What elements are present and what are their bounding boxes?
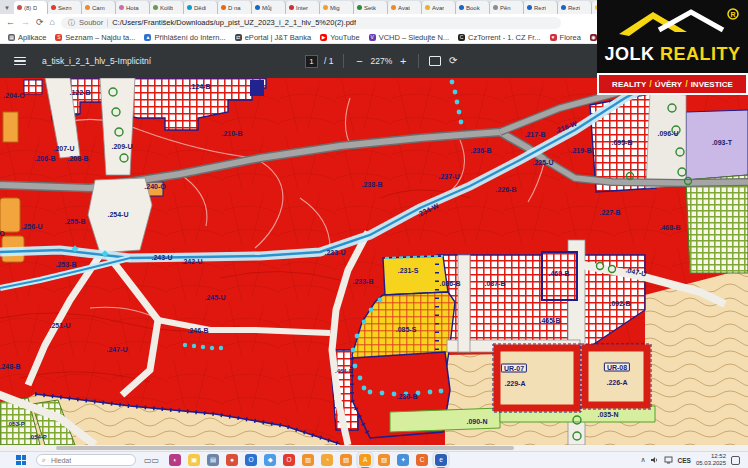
taskbar-clock[interactable]: 12:52 05.03.2025 <box>696 453 726 467</box>
parcel-label: UR-07 <box>501 364 527 373</box>
taskbar-app-icon[interactable]: O <box>245 454 257 466</box>
search-input[interactable] <box>49 456 119 465</box>
parcel-label: .208-B <box>67 155 88 162</box>
reload-icon[interactable]: ⟳ <box>36 18 44 27</box>
taskbar-app-icon[interactable]: e <box>435 454 447 466</box>
bookmark-label: CzTorrent - 1. CZ Fr... <box>468 33 541 42</box>
taskbar-app-icon[interactable]: ◆ <box>264 454 276 466</box>
rotate-icon[interactable]: ⟳ <box>447 55 459 67</box>
parcel-label: .468-B <box>659 224 680 231</box>
browser-tab[interactable]: Hota <box>116 1 150 14</box>
task-view-icon[interactable]: ▭▭ <box>144 456 159 465</box>
map-labels-layer: .204-O.122-B.124-B.210-B.207-U.206-B.208… <box>0 78 748 445</box>
browser-tab[interactable]: Book <box>456 1 490 14</box>
browser-tab[interactable]: Setk <box>354 1 388 14</box>
tab-favicon <box>561 5 566 10</box>
browser-tab[interactable]: Rezi <box>558 1 592 14</box>
language-indicator[interactable]: CES <box>678 457 691 464</box>
browser-tab[interactable]: D na <box>218 1 252 14</box>
tab-favicon <box>493 5 498 10</box>
taskbar-app-icon[interactable]: ▣ <box>188 454 200 466</box>
browser-tab[interactable]: Rezi <box>524 1 558 14</box>
screen: ▾ (8) DSeznCamHotaKolibDědiD naMůjInterM… <box>0 0 748 468</box>
taskbar-app-icon[interactable]: A <box>359 454 371 466</box>
tab-label: Mig <box>330 5 340 11</box>
taskbar-app-icon[interactable]: ▨ <box>378 454 390 466</box>
parcel-label: .469-B <box>548 270 569 277</box>
browser-tab[interactable]: (8) D <box>14 1 48 14</box>
bookmark-item[interactable]: ⇄ePortal | J&T Banka <box>235 33 311 42</box>
parcel-label: .087-B <box>484 280 505 287</box>
pdf-map-canvas[interactable]: .204-O.122-B.124-B.210-B.207-U.206-B.208… <box>0 78 748 445</box>
svg-text:R: R <box>730 11 735 18</box>
zoom-in-button[interactable]: + <box>398 55 408 67</box>
bookmark-item[interactable]: ▲Přihlášení do Intern... <box>144 33 225 42</box>
browser-tab[interactable]: Můj <box>252 1 286 14</box>
parcel-label: .251-U <box>49 322 70 329</box>
tab-label: Avar <box>432 5 444 11</box>
browser-tab[interactable]: Dědi <box>184 1 218 14</box>
page-info-icon[interactable]: ⓘ <box>68 19 75 26</box>
tray-chevron-icon[interactable]: ∧ <box>640 456 645 464</box>
url-text: C:/Users/František/Downloads/up_pist_UZ_… <box>112 18 356 27</box>
taskbar-app-icon[interactable]: ▤ <box>207 454 219 466</box>
taskbar-app-icon[interactable]: ● <box>226 454 238 466</box>
parcel-label: .225-U <box>532 159 553 166</box>
parcel-label: .248-B <box>0 363 21 370</box>
taskbar-app-icon[interactable]: ▧ <box>340 454 352 466</box>
menu-icon[interactable] <box>14 57 26 66</box>
parcel-label: .243-U <box>151 254 172 261</box>
bookmark-label: ePortal | J&T Banka <box>245 33 311 42</box>
parcel-label: .206-B <box>34 155 55 162</box>
bookmark-item[interactable]: VVCHD – Sledujte N... <box>369 33 449 42</box>
browser-tab[interactable]: Avat <box>388 1 422 14</box>
browser-tab[interactable]: Avar <box>422 1 456 14</box>
taskbar-app-icon[interactable]: O <box>283 454 295 466</box>
browser-tab[interactable]: Pěn <box>490 1 524 14</box>
bookmark-item[interactable]: ♥Florea <box>550 33 581 42</box>
home-icon[interactable]: ⌂ <box>50 18 55 27</box>
parcel-label: .233-U <box>324 249 345 256</box>
parcel-label: .204-O <box>3 92 24 99</box>
tab-label: Kolib <box>160 5 173 11</box>
fit-page-icon[interactable] <box>429 56 441 66</box>
bookmark-favicon: ▲ <box>144 34 151 41</box>
bookmark-item[interactable]: SSeznam – Najdu ta... <box>55 33 135 42</box>
speaker-icon[interactable] <box>651 456 659 464</box>
bookmark-item[interactable]: ▶YouTube <box>320 33 359 42</box>
back-icon[interactable]: ← <box>6 18 15 27</box>
page-number-input[interactable]: 1 <box>305 55 318 68</box>
parcel-label: .254-U <box>107 211 128 218</box>
scrollbar-thumb[interactable] <box>56 446 514 450</box>
tab-label: Pěn <box>500 5 511 11</box>
bookmark-label: Aplikace <box>18 33 46 42</box>
forward-icon[interactable]: → <box>21 18 30 27</box>
taskbar-app-icon[interactable]: ✦ <box>397 454 409 466</box>
browser-tab[interactable]: Mig <box>320 1 354 14</box>
start-button[interactable] <box>16 455 26 465</box>
notification-icon[interactable] <box>731 456 740 465</box>
taskbar-app-icon[interactable]: ◐ <box>169 454 181 466</box>
browser-tab[interactable]: Cam <box>82 1 116 14</box>
browser-tab[interactable]: Sezn <box>48 1 82 14</box>
browser-tab[interactable]: Inter <box>286 1 320 14</box>
tab-search-chevron-icon[interactable]: ▾ <box>0 1 14 14</box>
zoom-out-button[interactable]: − <box>354 55 364 67</box>
taskbar-app-icon[interactable]: ◔ <box>321 454 333 466</box>
bookmark-item[interactable]: CCzTorrent - 1. CZ Fr... <box>458 33 541 42</box>
parcel-label: .217-B <box>524 131 545 138</box>
tab-favicon <box>425 5 430 10</box>
roof-icon: R <box>597 0 748 45</box>
parcel-label: .209-U <box>111 143 132 150</box>
bookmark-label: Seznam – Najdu ta... <box>65 33 135 42</box>
taskbar-app-icon[interactable]: C <box>416 454 428 466</box>
bookmark-item[interactable]: ▦Aplikace <box>8 33 46 42</box>
parcel-label: .216-W <box>554 120 578 134</box>
taskbar-search[interactable]: ⌕ <box>36 454 136 466</box>
omnibox[interactable]: ⓘ Soubor C:/Users/František/Downloads/up… <box>61 17 561 29</box>
bookmark-label: Přihlášení do Intern... <box>154 33 225 42</box>
network-icon[interactable] <box>664 456 673 464</box>
bookmark-favicon: V <box>369 34 376 41</box>
taskbar-app-icon[interactable]: ▥ <box>302 454 314 466</box>
browser-tab[interactable]: Kolib <box>150 1 184 14</box>
